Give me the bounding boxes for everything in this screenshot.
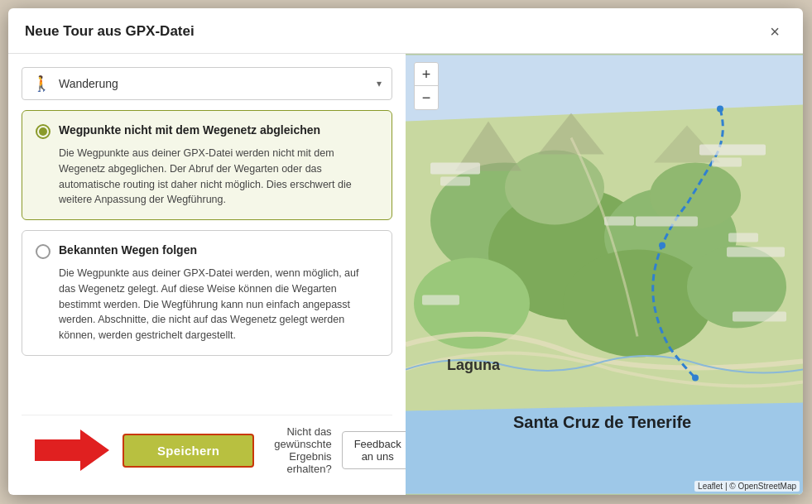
option-no-snap-title: Wegpunkte nicht mit dem Wegenetz abglei­… [59, 122, 320, 139]
option-no-snap-desc: Die Wegpunkte aus deiner GPX-Datei werde… [59, 146, 378, 208]
feedback-button[interactable]: Feedback an uns [342, 431, 414, 469]
svg-rect-17 [699, 145, 766, 156]
map-zoom-controls: + − [414, 62, 439, 110]
red-arrow-icon [35, 430, 109, 471]
svg-point-10 [505, 151, 604, 225]
svg-text:Santa Cruz de Tenerife: Santa Cruz de Tenerife [513, 413, 691, 431]
svg-rect-20 [728, 233, 758, 242]
dialog-footer: Speichern Nicht das gewünschte Ergebnis … [22, 415, 392, 485]
svg-rect-16 [440, 177, 470, 186]
svg-rect-15 [430, 163, 480, 175]
close-button[interactable]: × [763, 20, 786, 43]
svg-point-29 [659, 242, 665, 249]
option-no-snap[interactable]: Wegpunkte nicht mit dem Wegenetz abglei­… [22, 110, 392, 220]
option-snap-desc: Die Wegpunkte aus deiner GPX-Datei werde… [59, 266, 378, 343]
svg-point-8 [563, 250, 712, 358]
dialog-body: 🚶 Wanderung ▾ Wegpunkte nicht mit dem We… [8, 54, 803, 495]
svg-rect-24 [422, 295, 459, 305]
option-snap-title: Bekannten Wegen folgen [59, 242, 197, 259]
dialog-header: Neue Tour aus GPX-Datei × [8, 8, 803, 54]
map-container[interactable]: Laguna Santa Cruz de Tenerife [406, 54, 803, 495]
activity-icon: 🚶 [32, 74, 50, 93]
svg-marker-0 [35, 430, 109, 471]
dropdown-label: Wanderung [59, 77, 368, 90]
svg-rect-19 [604, 217, 634, 226]
svg-rect-25 [733, 312, 786, 322]
svg-text:Laguna: Laguna [447, 357, 501, 373]
option-no-snap-header: Wegpunkte nicht mit dem Wegenetz abglei­… [36, 122, 378, 139]
zoom-in-button[interactable]: + [415, 63, 438, 86]
modal-overlay: Neue Tour aus GPX-Datei × 🚶 Wanderung ▾ … [0, 0, 812, 504]
save-button[interactable]: Speichern [123, 434, 254, 468]
svg-point-30 [692, 375, 699, 382]
dialog: Neue Tour aus GPX-Datei × 🚶 Wanderung ▾ … [8, 8, 803, 495]
left-panel: 🚶 Wanderung ▾ Wegpunkte nicht mit dem We… [8, 54, 406, 495]
feedback-prompt: Nicht das gewünschte Ergebnis erhalten? [274, 425, 331, 475]
option-snap[interactable]: Bekannten Wegen folgen Die Wegpunkte aus… [22, 230, 392, 356]
chevron-down-icon: ▾ [377, 78, 382, 89]
map-attribution: Leaflet | © OpenStreetMap [694, 481, 800, 492]
radio-snap[interactable] [36, 244, 50, 259]
zoom-out-button[interactable]: − [415, 86, 438, 109]
map-panel: Laguna Santa Cruz de Tenerife [406, 54, 803, 495]
svg-rect-18 [712, 158, 742, 167]
activity-dropdown[interactable]: 🚶 Wanderung ▾ [22, 67, 392, 100]
svg-point-28 [717, 106, 723, 113]
dialog-title: Neue Tour aus GPX-Datei [25, 23, 195, 40]
map-svg: Laguna Santa Cruz de Tenerife [406, 54, 803, 495]
option-snap-header: Bekannten Wegen folgen [36, 242, 378, 259]
svg-rect-26 [727, 247, 785, 257]
radio-no-snap[interactable] [36, 124, 50, 139]
svg-rect-27 [636, 217, 698, 227]
